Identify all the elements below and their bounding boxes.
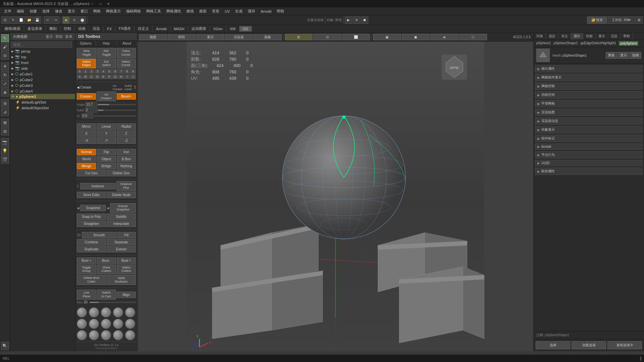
ball-13[interactable]	[101, 330, 111, 340]
normal-btn[interactable]: Normal	[77, 149, 96, 155]
tab-motion-graphics[interactable]: 运动图形	[188, 25, 210, 32]
prop-header-comp-tag[interactable]: ▶ 组件标记	[535, 135, 643, 142]
menu-create[interactable]: 创建	[27, 8, 40, 14]
angle-input[interactable]	[85, 102, 97, 107]
gs-num-4[interactable]: 4	[101, 69, 106, 74]
prop-header-tangent[interactable]: ▶ 切线空间	[535, 91, 643, 99]
outliner-search-input[interactable]	[11, 42, 72, 48]
camera-btn[interactable]: 📷	[1, 138, 9, 146]
ball-12[interactable]	[89, 330, 99, 340]
linear-btn[interactable]: Linear	[97, 123, 116, 130]
tab-xgen[interactable]: XGen	[210, 26, 226, 32]
snapshot-btn[interactable]: Snapshot	[80, 205, 106, 211]
tool-btn-paint[interactable]: ⬤	[78, 16, 86, 24]
solidify-btn[interactable]: Solidify	[107, 214, 136, 220]
ball-15[interactable]	[125, 330, 135, 340]
menu-cache[interactable]: 缓存	[245, 8, 258, 14]
mirror-btn[interactable]: Mirror	[77, 123, 96, 130]
snap2-btn[interactable]: ⊟	[1, 127, 9, 135]
outliner-help-btn[interactable]: 帮助	[55, 35, 63, 39]
outliner-item-psphere1[interactable]: ▼ ● pSphere1	[10, 94, 75, 99]
vp-lighting-btn[interactable]: 照明	[168, 34, 196, 40]
gs-letter-a[interactable]: A	[77, 74, 83, 79]
outliner-item-side[interactable]: ▶ 📷 side	[10, 65, 75, 71]
interpolate-btn[interactable]: Interpolate	[107, 221, 136, 227]
tool-btn-pause[interactable]: ⏸	[353, 16, 360, 24]
vp-shading-1[interactable]: ▣	[373, 34, 401, 40]
switch-to-cam-btn[interactable]: Switchto Cam	[97, 290, 116, 300]
tool-btn-new[interactable]: 📄	[17, 16, 25, 24]
menu-window[interactable]: 窗口	[78, 8, 91, 14]
menu-arnold[interactable]: Arnold	[258, 9, 274, 14]
angle-slider[interactable]	[98, 104, 136, 105]
rtab-render[interactable]: 渲染	[608, 33, 621, 40]
prop-header-subdivide[interactable]: ▶ 细分属性	[535, 65, 643, 72]
menu-mesh-tools[interactable]: 网格工具	[144, 8, 164, 14]
tool-btn-1[interactable]: ⊡	[1, 16, 9, 24]
gs-num-1[interactable]: 1	[83, 69, 89, 74]
menu-curves[interactable]: 曲线	[184, 8, 197, 14]
vp-shading-2[interactable]: ◼	[402, 34, 430, 40]
gs-num-3[interactable]: 3	[95, 69, 100, 74]
menu-generate[interactable]: 生成	[232, 8, 245, 14]
gs-num-9[interactable]: 9	[130, 69, 136, 74]
smooth-btn[interactable]: Smooth	[82, 232, 116, 238]
menu-mesh-attrs[interactable]: 网格属性	[164, 8, 184, 14]
prop-header-node-behavior[interactable]: ▶ 节点行为	[535, 151, 643, 159]
tool-btn-select[interactable]: ◈	[62, 16, 70, 24]
duplicate-btn[interactable]: Duplicate	[77, 246, 106, 252]
vp-mode-3[interactable]: ⬜	[342, 34, 370, 40]
neg-y-btn[interactable]: -Y	[97, 137, 116, 144]
select-constr-btn[interactable]: Select.Constr.	[117, 59, 136, 69]
bc-psphereshape1[interactable]: pSphereShape1	[553, 41, 578, 46]
rotate-tool-btn[interactable]: ↻	[1, 71, 9, 79]
tab-mash[interactable]: MASH	[170, 26, 188, 32]
menu-mesh-display[interactable]: 网格显示	[103, 8, 123, 14]
gs-letter-g[interactable]: G	[112, 74, 118, 79]
tab-control[interactable]: 控制	[60, 25, 75, 32]
search-btn[interactable]: 🔍	[1, 342, 9, 350]
outliner-item-objectset[interactable]: ⚡ defaultObjectSet	[10, 105, 75, 111]
radial-btn[interactable]: Radial	[117, 123, 136, 130]
dot-select-btn[interactable]: DotSelect	[97, 59, 116, 69]
tab-custom[interactable]: 自定义	[135, 25, 153, 32]
lasso-btn[interactable]: ⊙	[1, 52, 9, 60]
gs-letter-i[interactable]: I	[124, 74, 130, 79]
rtab-display[interactable]: 显示	[596, 33, 608, 40]
menu-modify[interactable]: 修改	[52, 8, 65, 14]
layout-btns[interactable]: ⊞	[635, 16, 643, 24]
ref-toggle-btn[interactable]: Ref.Toggle	[97, 48, 116, 58]
gs-letter-c[interactable]: C	[89, 74, 94, 79]
workspace-btn[interactable]: 工作区: XW▾	[608, 16, 635, 24]
vp-mode-1[interactable]: ⊞	[285, 34, 313, 40]
bool-minus-btn[interactable]: Bool -	[97, 257, 116, 264]
select-edges-btn[interactable]: SelectEdges	[77, 59, 96, 69]
gs-letter-d[interactable]: D	[95, 74, 100, 79]
rtab-perf[interactable]: 性能	[583, 33, 596, 40]
prop-header-uuid[interactable]: ▶ UUID	[535, 160, 643, 166]
delete-node-btn[interactable]: Delete Node	[107, 192, 136, 198]
z-btn[interactable]: Z	[117, 130, 136, 137]
ball-10[interactable]	[125, 319, 135, 329]
soft-select-btn[interactable]: ◎	[1, 99, 9, 107]
ball-11[interactable]	[77, 330, 87, 340]
un-crease-plus-btn[interactable]: UnCrease+	[97, 92, 116, 102]
outliner-item-persp[interactable]: ▶ 📷 persp	[10, 48, 75, 54]
vp-mode-2[interactable]: ⊡	[313, 34, 341, 40]
light-btn[interactable]: 💡	[1, 147, 9, 155]
cr-input[interactable]	[82, 113, 93, 118]
ball-4[interactable]	[113, 307, 123, 317]
snap-to-poly-btn[interactable]: Snap to Poly	[77, 214, 106, 220]
gstoolbox-tab-help[interactable]: Help	[96, 41, 116, 46]
x-btn[interactable]: X	[77, 130, 96, 137]
snap-btn[interactable]: ⊞	[1, 119, 9, 127]
gs-letter-e[interactable]: E	[101, 74, 106, 79]
show-cutters-btn[interactable]: ShowCutters	[97, 264, 116, 275]
tab-poly[interactable]: 多边形体	[24, 25, 46, 32]
load-options-btn[interactable]: 加载选项	[572, 341, 606, 349]
menu-deform[interactable]: 变形	[209, 8, 222, 14]
neg-x-btn[interactable]: -X	[77, 137, 96, 144]
tab-fx[interactable]: FX	[104, 26, 115, 32]
prop-header-renderer-info[interactable]: ▶ 渲染器信息	[535, 117, 643, 125]
cr-slider[interactable]	[94, 115, 136, 117]
